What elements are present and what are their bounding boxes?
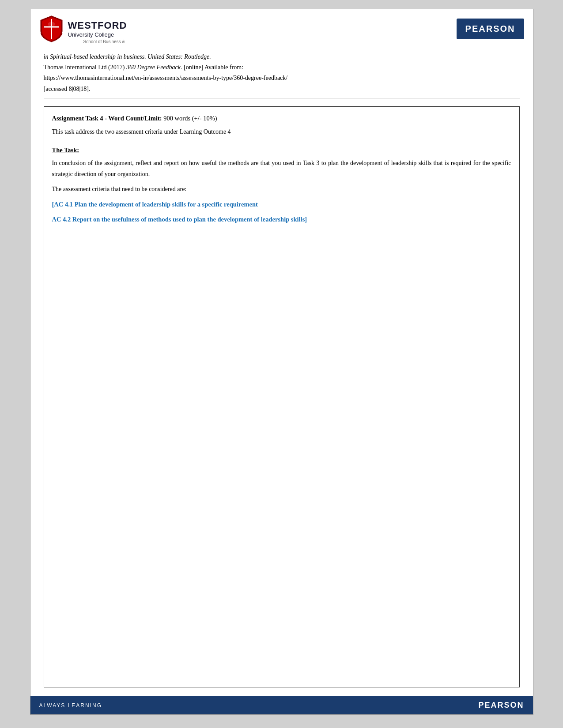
footer-always-learning: ALWAYS LEARNING	[39, 702, 102, 709]
header: WESTFORD University College School of Bu…	[30, 9, 533, 47]
westford-subtitle: University College	[68, 31, 127, 38]
footer: ALWAYS LEARNING PEARSON	[30, 696, 533, 714]
shield-logo	[39, 15, 64, 43]
ref-italic-text: in Spiritual-based leadership in busines…	[44, 53, 211, 60]
westford-title: WESTFORD	[68, 20, 127, 31]
task-heading-bold: Assignment Task 4 - Word Count/Limit:	[52, 115, 162, 122]
page: WESTFORD University College School of Bu…	[30, 9, 533, 715]
content-area: in Spiritual-based leadership in busines…	[30, 47, 533, 696]
task-section-title: The Task:	[52, 146, 511, 154]
reference-block: in Spiritual-based leadership in busines…	[44, 47, 520, 98]
task-body-paragraph: In conclusion of the assignment, reflect…	[52, 158, 511, 180]
footer-pearson: PEARSON	[478, 701, 524, 710]
ac-item-2: AC 4.2 Report on the usefulness of metho…	[52, 214, 511, 225]
ref-accessed: [accessed 8|08|18].	[44, 84, 520, 94]
ref-url: https://www.thomasinternational.net/en-i…	[44, 73, 520, 83]
task-heading-rest: 900 words (+/- 10%)	[162, 115, 217, 122]
task-box: Assignment Task 4 - Word Count/Limit: 90…	[44, 106, 520, 687]
ref-line-1: in Spiritual-based leadership in busines…	[44, 52, 520, 62]
pearson-header-badge: PEARSON	[457, 19, 524, 39]
task-description: This task address the two assessment cri…	[52, 127, 511, 141]
ac-item-1: [AC 4.1 Plan the development of leadersh…	[52, 199, 511, 210]
ref-thomas-plain: Thomas International Ltd (2017)	[44, 64, 126, 71]
svg-point-2	[48, 22, 55, 27]
school-text: School of Business &	[83, 39, 125, 44]
westford-text-block: WESTFORD University College	[68, 20, 127, 38]
task-word-count-line: Assignment Task 4 - Word Count/Limit: 90…	[52, 113, 511, 124]
task-assessment-intro: The assessment criteria that need to be …	[52, 184, 511, 195]
ref-line2-end: . [online] Available from:	[181, 64, 243, 71]
ref-line-2: Thomas International Ltd (2017) 360 Degr…	[44, 62, 520, 73]
ref-title-italic: 360 Degree Feedback	[126, 64, 181, 71]
